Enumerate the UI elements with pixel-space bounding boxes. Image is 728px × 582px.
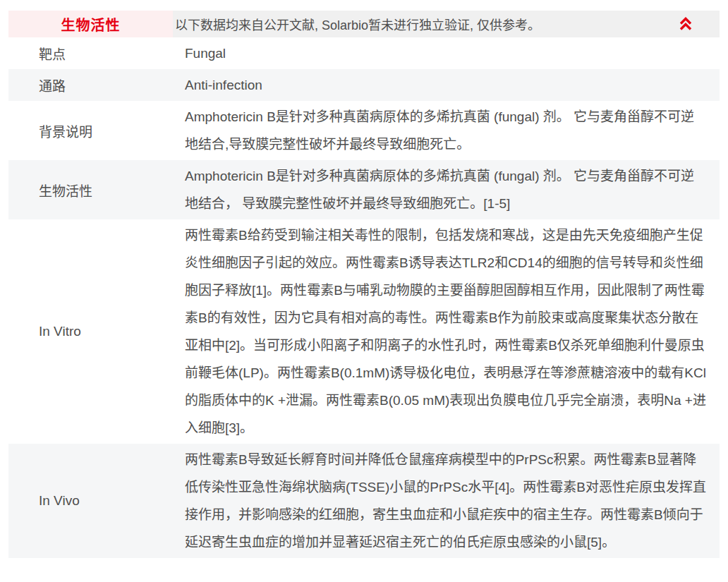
row-value: Amphotericin B是针对多种真菌病原体的多烯抗真菌 (fungal) … xyxy=(185,160,720,219)
bioactivity-table: 靶点 Fungal 通路 Anti-infection 背景说明 Amphote… xyxy=(8,37,720,558)
table-row-target: 靶点 Fungal xyxy=(8,37,720,69)
section-header-bar: 生物活性 以下数据均来自公开文献, Solarbio暂未进行独立验证, 仅供参考… xyxy=(8,11,720,37)
row-label: 靶点 xyxy=(8,37,185,69)
table-row-bioactivity: 生物活性 Amphotericin B是针对多种真菌病原体的多烯抗真菌 (fun… xyxy=(8,160,720,219)
double-chevron-up-icon xyxy=(678,16,693,32)
row-value: Anti-infection xyxy=(185,69,720,101)
table-row-pathway: 通路 Anti-infection xyxy=(8,69,720,101)
row-value: 两性霉素B给药受到输注相关毒性的限制，包括发烧和寒战，这是由先天免疫细胞产生促炎… xyxy=(185,219,720,444)
row-label: In Vitro xyxy=(8,219,185,444)
table-row-invitro: In Vitro 两性霉素B给药受到输注相关毒性的限制，包括发烧和寒战，这是由先… xyxy=(8,219,720,444)
row-label: 背景说明 xyxy=(8,101,185,160)
collapse-section-button[interactable] xyxy=(677,16,694,32)
section-note-cell: 以下数据均来自公开文献, Solarbio暂未进行独立验证, 仅供参考。 xyxy=(173,11,720,37)
table-row-background: 背景说明 Amphotericin B是针对多种真菌病原体的多烯抗真菌 (fun… xyxy=(8,101,720,160)
row-value: Fungal xyxy=(185,37,720,69)
row-label: 通路 xyxy=(8,69,185,101)
row-label: 生物活性 xyxy=(8,160,185,219)
section-title-cell: 生物活性 xyxy=(8,11,173,37)
row-value: Amphotericin B是针对多种真菌病原体的多烯抗真菌 (fungal) … xyxy=(185,101,720,160)
section-title: 生物活性 xyxy=(61,14,121,35)
row-value: 两性霉素B导致延长孵育时间并降低仓鼠瘙痒病模型中的PrPSc积累。两性霉素B显著… xyxy=(185,444,720,558)
table-row-invivo: In Vivo 两性霉素B导致延长孵育时间并降低仓鼠瘙痒病模型中的PrPSc积累… xyxy=(8,444,720,558)
row-label: In Vivo xyxy=(8,444,185,558)
disclaimer-note: 以下数据均来自公开文献, Solarbio暂未进行独立验证, 仅供参考。 xyxy=(175,15,540,33)
bioactivity-section: 生物活性 以下数据均来自公开文献, Solarbio暂未进行独立验证, 仅供参考… xyxy=(8,11,720,558)
